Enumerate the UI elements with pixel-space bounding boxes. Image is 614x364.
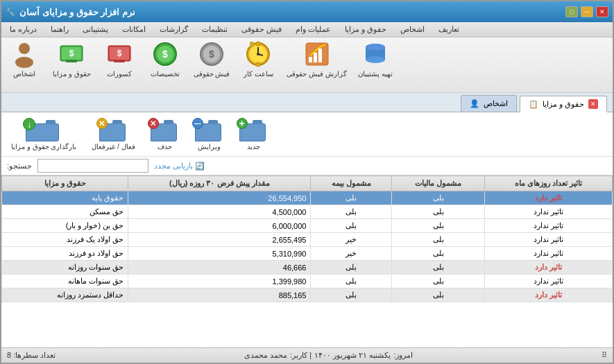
cell-name: حق اولاد دو فرزند — [2, 247, 128, 261]
table-row[interactable]: تاثیر ندارد بلی بلی 4,500,000 حق مسکن — [2, 205, 613, 219]
menu-help[interactable]: راهنما — [48, 24, 71, 35]
toolbar-deductions[interactable]: $ کسورات — [102, 40, 137, 78]
menu-payslip[interactable]: فیش حقوقی — [239, 24, 284, 35]
cell-insurance: بلی — [311, 261, 392, 275]
toolbar-backup[interactable]: تهیه پشتیبان — [358, 40, 393, 78]
svg-point-30 — [19, 43, 30, 54]
tab-salary[interactable]: ✕ حقوق و مزایا 📋 — [520, 96, 607, 112]
table-row[interactable]: تاثیر ندارد بلی خیر 5,310,990 حق اولاد د… — [2, 247, 613, 261]
cell-days-effect: تاثیر ندارد — [485, 247, 613, 261]
cell-insurance: بلی — [311, 205, 392, 219]
cell-default: 2,655,495 — [128, 233, 311, 247]
svg-rect-15 — [250, 42, 254, 47]
menu-definitions[interactable]: تعاریف — [436, 24, 462, 35]
toolbar-clock[interactable]: ساعت کار — [241, 40, 275, 78]
close-button[interactable]: ✕ — [596, 6, 608, 17]
cell-days-effect: تاثیر دارد — [485, 261, 613, 275]
menu-settings[interactable]: تنظیمات — [199, 24, 230, 35]
cell-name: حق سنوات ماهانه — [2, 275, 128, 288]
cell-default: 4,500,000 — [128, 205, 311, 219]
menu-features[interactable]: امکانات — [119, 24, 148, 35]
toolbar-allocations[interactable]: $ تخصیصات — [148, 40, 182, 78]
table-row[interactable]: تاثیر ندارد بلی بلی 1,399,980 حق سنوات م… — [2, 275, 613, 288]
cell-default: 46,666 — [128, 261, 311, 275]
menu-salary[interactable]: حقوق و مزایا — [342, 24, 389, 35]
data-table-container: تاثیر تعداد روزهای ماه مشمول مالیات مشمو… — [1, 175, 613, 347]
tab-persons-label: اشخاص — [484, 99, 508, 108]
svg-text:$: $ — [117, 49, 121, 58]
minimize-button[interactable]: ─ — [581, 6, 593, 17]
status-user-value: محمد محمدی — [244, 351, 287, 360]
toolbar-salary[interactable]: $ حقوق و مزایا — [53, 40, 91, 78]
statusbar: ⠿ امروز: یکشنبه ۲۱ شهریور ۱۴۰۰ | کاربر: … — [1, 347, 613, 363]
toolbar-payslip[interactable]: $ فیش حقوقی — [194, 40, 230, 78]
menu-loan[interactable]: عملیات وام — [293, 24, 334, 35]
app-icon: 🔧 — [6, 8, 15, 17]
salary-table: تاثیر تعداد روزهای ماه مشمول مالیات مشمو… — [1, 175, 613, 302]
status-date-value: یکشنبه ۲۱ شهریور ۱۴۰۰ — [314, 351, 391, 360]
status-left: ⠿ — [602, 351, 607, 360]
tab-persons-icon: 👤 — [470, 99, 479, 108]
menu-about[interactable]: درباره ما — [7, 24, 40, 35]
col-days-effect: تاثیر تعداد روزهای ماه — [485, 176, 613, 191]
table-row[interactable]: تاثیر دارد بلی بلی 885,165 حداقل دستمزد … — [2, 288, 613, 302]
svg-text:$: $ — [69, 49, 74, 58]
search-input[interactable] — [37, 159, 148, 173]
cell-days-effect: تاثیر ندارد — [485, 219, 613, 233]
search-label: جستجو: — [7, 162, 32, 171]
svg-point-13 — [256, 42, 260, 46]
status-row-count-label: تعداد سطرها: — [13, 351, 56, 359]
tab-persons[interactable]: اشخاص 👤 — [461, 95, 517, 112]
table-row[interactable]: تاثیر ندارد بلی خیر 2,655,495 حق اولاد ی… — [2, 233, 613, 247]
menu-persons[interactable]: اشخاص — [398, 24, 427, 35]
cell-name: حقوق پایه — [2, 191, 128, 205]
col-name: حقوق و مزایا — [2, 176, 128, 191]
toolbar-report-label: گزارش فیش حقوقی — [287, 70, 347, 78]
cell-insurance: بلی — [311, 288, 392, 302]
col-insurance: مشمول بیمه — [311, 176, 392, 191]
cell-days-effect: تاثیر دارد — [485, 288, 613, 302]
delete-button[interactable]: ✕ حذف — [146, 116, 184, 152]
svg-text:$: $ — [209, 49, 214, 60]
titlebar: ✕ ─ □ نرم افزار حقوق و مزایای آسان 🔧 — [1, 1, 613, 22]
refresh-button[interactable]: 🔄 بازیابی مجدد — [154, 162, 205, 171]
status-user-label: | کاربر: — [290, 351, 312, 360]
menu-reports[interactable]: گزارشات — [157, 24, 191, 35]
cell-tax: بلی — [392, 191, 485, 205]
tab-close-icon[interactable]: ✕ — [588, 99, 598, 109]
maximize-button[interactable]: □ — [565, 6, 578, 17]
svg-rect-25 — [114, 60, 125, 62]
cell-default: 885,165 — [128, 288, 311, 302]
edit-button-label: ویرایش — [198, 143, 221, 150]
cell-default: 5,310,990 — [128, 247, 311, 261]
status-date-label: امروز: — [393, 351, 413, 360]
action-bar: + جدید ─ ویرایش ✕ حذف — [1, 112, 613, 157]
cell-default: 26,554,950 — [128, 191, 311, 205]
table-row[interactable]: تاثیر دارد بلی بلی 46,666 حق سنوات روزان… — [2, 261, 613, 275]
payslip-icon: $ — [198, 40, 225, 68]
svg-point-14 — [256, 62, 260, 67]
cell-days-effect: تاثیر دارد — [485, 191, 613, 205]
cell-name: حداقل دستمزد روزانه — [2, 288, 128, 302]
menu-support[interactable]: پشتیبانی — [80, 24, 111, 35]
cell-tax: بلی — [392, 205, 485, 219]
toolbar-payslip-label: فیش حقوقی — [194, 70, 230, 78]
toolbar-backup-label: تهیه پشتیبان — [358, 70, 393, 78]
toolbar-report[interactable]: گزارش فیش حقوقی — [287, 40, 347, 78]
table-row[interactable]: تاثیر دارد بلی بلی 26,554,950 حقوق پایه — [2, 191, 613, 205]
activate-button[interactable]: ✕ فعال / غیرفعال — [87, 116, 139, 152]
cell-name: حق سنوات روزانه — [2, 261, 128, 275]
toolbar: تهیه پشتیبان گزارش فیش حقوقی — [1, 37, 613, 93]
toolbar-persons[interactable]: اشخاص — [7, 40, 42, 78]
cell-insurance: بلی — [311, 219, 392, 233]
menubar: تعاریف اشخاص حقوق و مزایا عملیات وام فیش… — [1, 22, 613, 37]
deductions-icon: $ — [105, 40, 133, 68]
import-button[interactable]: ↓ بارگذاری حقوق و مزایا — [7, 116, 80, 152]
toolbar-clock-label: ساعت کار — [244, 70, 273, 78]
svg-point-3 — [366, 44, 385, 51]
delete-button-label: حذف — [157, 143, 172, 150]
table-row[interactable]: تاثیر ندارد بلی بلی 6,000,000 حق بن (خوا… — [2, 219, 613, 233]
cell-tax: بلی — [392, 275, 485, 288]
new-button[interactable]: + جدید — [235, 116, 273, 152]
edit-button[interactable]: ─ ویرایش — [191, 116, 228, 152]
